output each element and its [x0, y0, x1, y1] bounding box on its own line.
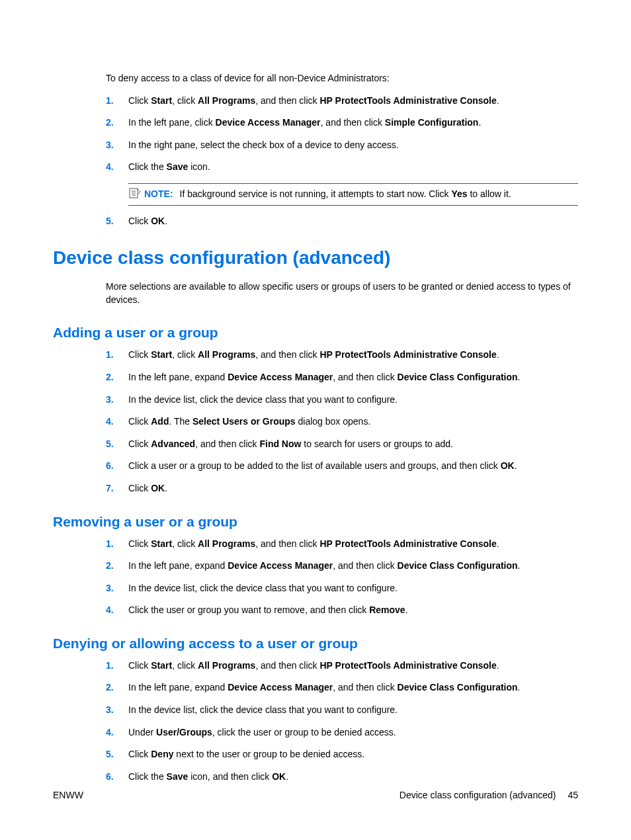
- step-number: 6.: [106, 460, 128, 473]
- step-number: 3.: [106, 704, 128, 717]
- steps-list-removing: 1.Click Start, click All Programs, and t…: [106, 538, 578, 617]
- content-block: 1.Click Start, click All Programs, and t…: [106, 538, 578, 617]
- step-number: 4.: [106, 415, 128, 429]
- sub-heading-removing: Removing a user or a group: [53, 514, 578, 530]
- list-item: 2.In the left pane, expand Device Access…: [106, 560, 578, 573]
- list-item: 5. Click OK.: [106, 215, 578, 228]
- document-page: To deny access to a class of device for …: [0, 0, 631, 840]
- step-text: Click Start, click All Programs, and the…: [128, 95, 578, 108]
- step-number: 3.: [106, 394, 128, 407]
- list-item: 1.Click Start, click All Programs, and t…: [106, 659, 578, 673]
- list-item: 4.Click Add. The Select Users or Groups …: [106, 415, 578, 429]
- step-text: Click a user or a group to be added to t…: [128, 460, 578, 473]
- list-item: 2.In the left pane, expand Device Access…: [106, 371, 578, 384]
- content-block: More selections are available to allow s…: [106, 280, 578, 306]
- step-number: 1.: [106, 538, 128, 551]
- steps-list-adding: 1.Click Start, click All Programs, and t…: [106, 349, 578, 495]
- list-item: 4.Click the user or group you want to re…: [106, 604, 578, 617]
- step-number: 2.: [106, 681, 128, 694]
- step-number: 5.: [106, 438, 128, 451]
- step-number: 3.: [106, 139, 128, 152]
- list-item: 5.Click Deny next to the user or group t…: [106, 748, 578, 761]
- content-block: 1.Click Start, click All Programs, and t…: [106, 659, 578, 784]
- list-item: 3.In the device list, click the device c…: [106, 394, 578, 407]
- step-text: Click OK.: [128, 482, 578, 495]
- content-block: To deny access to a class of device for …: [106, 72, 578, 228]
- section-intro: More selections are available to allow s…: [106, 280, 578, 306]
- note-label: NOTE:: [144, 189, 173, 199]
- list-item: 3.In the device list, click the device c…: [106, 704, 578, 717]
- list-item: 2. In the left pane, click Device Access…: [106, 116, 578, 130]
- step-text: Under User/Groups, click the user or gro…: [128, 726, 578, 739]
- page-number: 45: [568, 790, 578, 800]
- sub-heading-adding: Adding a user or a group: [53, 325, 578, 341]
- step-text: Click OK.: [128, 215, 578, 228]
- step-number: 6.: [106, 771, 128, 784]
- step-text: Click the Save icon.: [128, 161, 578, 174]
- step-text: Click Start, click All Programs, and the…: [128, 538, 578, 551]
- step-text: In the device list, click the device cla…: [128, 704, 578, 717]
- step-text: In the right pane, select the check box …: [128, 139, 578, 152]
- list-item: 5.Click Advanced, and then click Find No…: [106, 438, 578, 451]
- step-text: Click Advanced, and then click Find Now …: [128, 438, 578, 451]
- step-number: 4.: [106, 604, 128, 617]
- steps-list-deny-cont: 5. Click OK.: [106, 215, 578, 228]
- note-callout: NOTE:If background service is not runnin…: [128, 183, 578, 206]
- step-text: In the left pane, expand Device Access M…: [128, 560, 578, 573]
- list-item: 6.Click a user or a group to be added to…: [106, 460, 578, 473]
- step-number: 3.: [106, 582, 128, 595]
- footer-right: Device class configuration (advanced) 45: [400, 790, 578, 800]
- list-item: 1.Click Start, click All Programs, and t…: [106, 538, 578, 551]
- step-number: 1.: [106, 659, 128, 673]
- step-text: In the left pane, click Device Access Ma…: [128, 116, 578, 130]
- step-text: Click Deny next to the user or group to …: [128, 748, 578, 761]
- step-text: In the device list, click the device cla…: [128, 582, 578, 595]
- step-number: 4.: [106, 161, 128, 174]
- note-icon: [128, 188, 142, 198]
- list-item: 4.Under User/Groups, click the user or g…: [106, 726, 578, 739]
- step-text: In the left pane, expand Device Access M…: [128, 371, 578, 384]
- step-text: In the device list, click the device cla…: [128, 394, 578, 407]
- step-number: 2.: [106, 116, 128, 130]
- step-text: Click the Save icon, and then click OK.: [128, 771, 578, 784]
- list-item: 1. Click Start, click All Programs, and …: [106, 95, 578, 108]
- step-number: 7.: [106, 482, 128, 495]
- footer-left: ENWW: [53, 790, 83, 800]
- list-item: 3.In the device list, click the device c…: [106, 582, 578, 595]
- list-item: 6.Click the Save icon, and then click OK…: [106, 771, 578, 784]
- step-text: Click Start, click All Programs, and the…: [128, 349, 578, 362]
- step-text: Click Add. The Select Users or Groups di…: [128, 415, 578, 429]
- sub-heading-denying: Denying or allowing access to a user or …: [53, 636, 578, 651]
- page-footer: ENWW Device class configuration (advance…: [53, 790, 578, 800]
- content-block: 1.Click Start, click All Programs, and t…: [106, 349, 578, 495]
- step-number: 4.: [106, 726, 128, 739]
- step-text: Click the user or group you want to remo…: [128, 604, 578, 617]
- list-item: 4. Click the Save icon.: [106, 161, 578, 174]
- section-heading: Device class configuration (advanced): [53, 247, 578, 269]
- steps-list-deny: 1. Click Start, click All Programs, and …: [106, 95, 578, 174]
- step-number: 2.: [106, 371, 128, 384]
- note-body: NOTE:If background service is not runnin…: [144, 188, 511, 201]
- list-item: 2.In the left pane, expand Device Access…: [106, 681, 578, 694]
- step-text: Click Start, click All Programs, and the…: [128, 659, 578, 673]
- footer-section-title: Device class configuration (advanced): [400, 790, 556, 800]
- list-item: 7.Click OK.: [106, 482, 578, 495]
- step-number: 5.: [106, 215, 128, 228]
- step-number: 1.: [106, 95, 128, 108]
- steps-list-denying: 1.Click Start, click All Programs, and t…: [106, 659, 578, 784]
- list-item: 3. In the right pane, select the check b…: [106, 139, 578, 152]
- step-number: 2.: [106, 560, 128, 573]
- step-text: In the left pane, expand Device Access M…: [128, 681, 578, 694]
- list-item: 1.Click Start, click All Programs, and t…: [106, 349, 578, 362]
- step-number: 5.: [106, 748, 128, 761]
- step-number: 1.: [106, 349, 128, 362]
- intro-text: To deny access to a class of device for …: [106, 72, 578, 85]
